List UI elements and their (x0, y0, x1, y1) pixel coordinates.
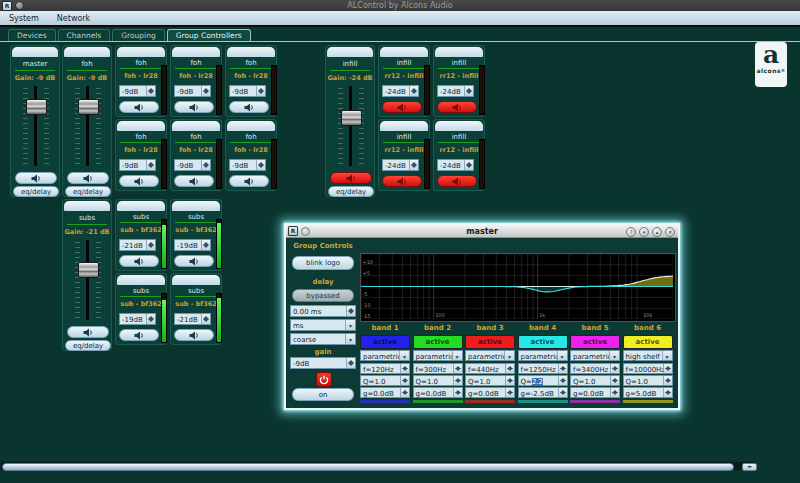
strip-header[interactable] (117, 201, 165, 211)
channel-gain-spinbox[interactable]: -9dB (229, 85, 266, 97)
strip-header[interactable] (117, 275, 165, 285)
mute-button[interactable] (67, 326, 109, 338)
band-type-dropdown[interactable]: parametric E▾ (518, 350, 568, 361)
mute-button[interactable] (119, 255, 159, 267)
channel-gain-spinbox[interactable]: -24dB (382, 85, 419, 97)
mute-button[interactable] (67, 172, 109, 184)
channel-gain-spinbox[interactable]: -9dB (174, 85, 211, 97)
eq-response-graph[interactable]: +15+10+5-5-10-151001k10k (360, 253, 676, 322)
strip-header[interactable] (327, 47, 373, 57)
dropdown-arrow-icon[interactable]: ▾ (504, 351, 514, 360)
dialog-close-button[interactable]: ✕ (665, 227, 675, 237)
band-frequency-spinbox[interactable]: f=120Hz (360, 363, 410, 374)
spinner-buttons[interactable] (256, 160, 265, 170)
spinner-buttons[interactable] (464, 86, 473, 96)
spinner-buttons[interactable] (453, 376, 462, 385)
channel-gain-spinbox[interactable]: -19dB (174, 239, 211, 251)
dropdown-arrow-icon[interactable]: ▾ (452, 351, 462, 360)
spinner-buttons[interactable] (201, 160, 210, 170)
eq-curve-plot[interactable]: +15+10+5-5-10-151001k10k (361, 254, 673, 319)
spinner-buttons[interactable] (256, 86, 265, 96)
channel-gain-spinbox[interactable]: -9dB (174, 159, 211, 171)
channel-gain-spinbox[interactable]: -24dB (437, 85, 474, 97)
band-active-button[interactable]: active (465, 335, 515, 349)
strip-header[interactable] (227, 121, 275, 131)
spinner-buttons[interactable] (610, 364, 619, 373)
strip-header[interactable] (117, 121, 165, 131)
strip-header[interactable] (380, 121, 428, 131)
spinner-buttons[interactable] (346, 306, 355, 316)
spinner-buttons[interactable] (201, 240, 210, 250)
band-active-button[interactable]: active (570, 335, 620, 349)
dropdown-arrow-icon[interactable]: ▾ (557, 351, 567, 360)
strip-header[interactable] (172, 121, 220, 131)
channel-gain-spinbox[interactable]: -9dB (119, 159, 156, 171)
fader-handle[interactable] (78, 262, 99, 278)
band-gain-spinbox[interactable]: g=0.0dB (360, 387, 410, 398)
mute-button[interactable] (330, 172, 372, 184)
spinner-buttons[interactable] (409, 160, 418, 170)
delay-bypass-button[interactable]: bypassed (292, 289, 354, 302)
strip-header[interactable] (172, 47, 220, 57)
band-active-button[interactable]: active (623, 335, 673, 349)
mute-button[interactable] (119, 175, 159, 187)
spinner-buttons[interactable] (558, 376, 567, 385)
dropdown-arrow-icon[interactable]: ▾ (345, 320, 355, 330)
dialog-help-button[interactable]: ? (626, 227, 636, 237)
band-gain-spinbox[interactable]: g=0.0dB (570, 387, 620, 398)
spinner-buttons[interactable] (400, 364, 409, 373)
horizontal-scrollbar[interactable]: ◂▸ (0, 461, 756, 471)
strip-header[interactable] (64, 201, 110, 211)
channel-gain-spinbox[interactable]: -9dB (229, 159, 266, 171)
band-frequency-spinbox[interactable]: f=440Hz (465, 363, 515, 374)
mute-button[interactable] (174, 255, 214, 267)
spinner-buttons[interactable] (663, 364, 672, 373)
strip-header[interactable] (172, 275, 220, 285)
mute-button[interactable] (437, 175, 477, 187)
delay-time-spinbox[interactable]: 0.00 ms (290, 305, 356, 317)
mute-button[interactable] (15, 172, 57, 184)
channel-gain-spinbox[interactable]: -21dB (119, 239, 156, 251)
spinner-buttons[interactable] (505, 376, 514, 385)
spinner-buttons[interactable] (453, 388, 462, 397)
spinner-buttons[interactable] (409, 86, 418, 96)
band-q-value[interactable]: Q=2.2 (521, 377, 544, 387)
spinner-buttons[interactable] (505, 364, 514, 373)
band-gain-spinbox[interactable]: g=0.0dB (413, 387, 463, 398)
mute-button[interactable] (174, 329, 214, 341)
channel-gain-spinbox[interactable]: -24dB (437, 159, 474, 171)
spinner-buttons[interactable] (558, 364, 567, 373)
spinner-buttons[interactable] (400, 376, 409, 385)
fader-handle[interactable] (78, 99, 99, 115)
band-active-button[interactable]: active (360, 335, 410, 349)
strip-header[interactable] (172, 201, 220, 211)
band-gain-spinbox[interactable]: g=0.0dB (465, 387, 515, 398)
band-q-spinbox[interactable]: Q=1.0 (623, 375, 673, 386)
channel-gain-spinbox[interactable]: -21dB (174, 313, 211, 325)
gain-spinbox[interactable]: -9dB (290, 357, 356, 369)
spinner-buttons[interactable] (610, 376, 619, 385)
band-frequency-spinbox[interactable]: f=300Hz (413, 363, 463, 374)
band-q-spinbox[interactable]: Q=1.0 (465, 375, 515, 386)
band-type-dropdown[interactable]: parametric E▾ (413, 350, 463, 361)
strip-header[interactable] (227, 47, 275, 57)
band-q-spinbox[interactable]: Q=1.0 (413, 375, 463, 386)
dialog-shade-button[interactable]: ▾ (639, 227, 649, 237)
spinner-buttons[interactable] (610, 388, 619, 397)
eq-delay-button[interactable]: eq/delay (65, 340, 111, 351)
strip-header[interactable] (117, 47, 165, 57)
strip-header[interactable] (435, 121, 483, 131)
spinner-buttons[interactable] (505, 388, 514, 397)
band-type-dropdown[interactable]: parametric E▾ (570, 350, 620, 361)
gain-fader[interactable] (75, 240, 101, 320)
spinner-buttons[interactable] (464, 160, 473, 170)
blink-logo-button[interactable]: blink logo (292, 256, 354, 270)
spinner-buttons[interactable] (346, 358, 355, 368)
spinner-buttons[interactable] (146, 86, 155, 96)
delay-unit-dropdown[interactable]: ms ▾ (290, 319, 356, 331)
spinner-buttons[interactable] (146, 160, 155, 170)
mute-button[interactable] (382, 101, 422, 113)
band-frequency-spinbox[interactable]: f=10000Hz (623, 363, 673, 374)
spinner-buttons[interactable] (201, 86, 210, 96)
strip-header[interactable] (435, 47, 483, 57)
